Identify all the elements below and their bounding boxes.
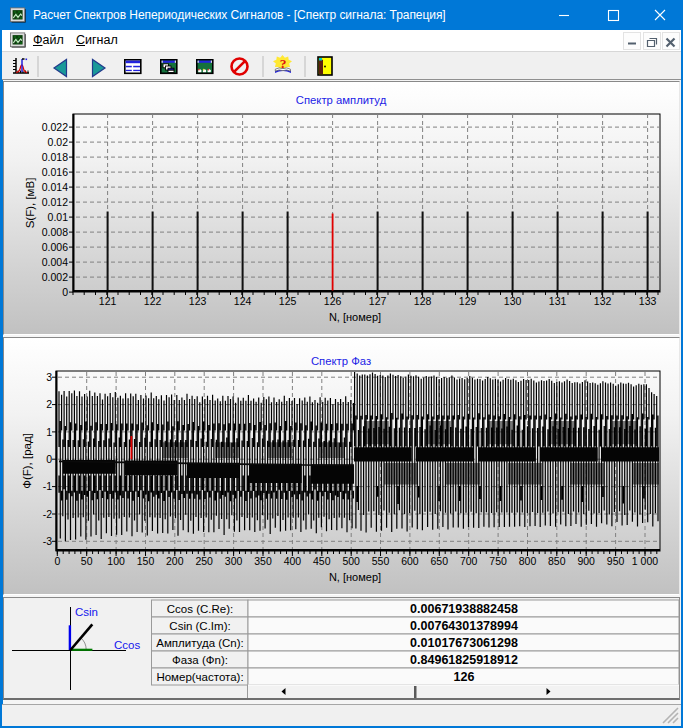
svg-text:S(F), [мВ]: S(F), [мВ] [24, 178, 36, 229]
svg-text:0: 0 [46, 453, 52, 465]
svg-text:650: 650 [431, 555, 449, 567]
svg-text:131: 131 [549, 295, 567, 307]
svg-text:850: 850 [548, 555, 566, 567]
svg-text:122: 122 [144, 295, 162, 307]
svg-text:126: 126 [454, 670, 475, 684]
svg-text:0.01017673061298: 0.01017673061298 [410, 636, 518, 650]
svg-text:750: 750 [489, 555, 507, 567]
svg-text:126: 126 [324, 295, 342, 307]
svg-text:2: 2 [46, 398, 52, 410]
svg-text:0.008: 0.008 [42, 226, 68, 238]
svg-text:-2: -2 [43, 508, 52, 520]
svg-text:0.018: 0.018 [42, 151, 68, 163]
svg-text:123: 123 [189, 295, 207, 307]
svg-text:?: ? [280, 56, 287, 71]
svg-text:1: 1 [46, 426, 52, 438]
svg-text:100: 100 [107, 555, 125, 567]
svg-text:Ccos (C.Re):: Ccos (C.Re): [167, 603, 233, 615]
svg-text:Фаза (Фn):: Фаза (Фn): [172, 654, 228, 666]
svg-text:Спектр Фаз: Спектр Фаз [311, 355, 371, 367]
svg-text:450: 450 [313, 555, 331, 567]
svg-text:0.012: 0.012 [42, 196, 68, 208]
svg-text:550: 550 [372, 555, 390, 567]
svg-text:0: 0 [54, 555, 60, 567]
svg-text:0.014: 0.014 [42, 181, 68, 193]
svg-text:0.004: 0.004 [42, 256, 68, 268]
svg-text:0.01: 0.01 [48, 211, 69, 223]
svg-text:N, [номер]: N, [номер] [329, 311, 381, 323]
svg-text:3: 3 [46, 371, 52, 383]
svg-text:-1: -1 [43, 480, 52, 492]
svg-text:900: 900 [577, 555, 595, 567]
svg-text:125: 125 [279, 295, 297, 307]
svg-text:-3: -3 [43, 535, 52, 547]
svg-text:50: 50 [81, 555, 93, 567]
svg-text:133: 133 [639, 295, 657, 307]
svg-text:200: 200 [166, 555, 184, 567]
svg-text:Спектр амплитуд: Спектр амплитуд [296, 94, 387, 106]
svg-text:Csin: Csin [75, 606, 98, 618]
svg-text:150: 150 [137, 555, 155, 567]
svg-text:800: 800 [519, 555, 537, 567]
svg-text:500: 500 [342, 555, 360, 567]
svg-text:127: 127 [369, 295, 387, 307]
svg-text:N, [номер]: N, [номер] [329, 571, 381, 583]
svg-text:300: 300 [225, 555, 243, 567]
svg-text:250: 250 [195, 555, 213, 567]
svg-text:128: 128 [414, 295, 432, 307]
svg-text:600: 600 [401, 555, 419, 567]
svg-text:0: 0 [62, 286, 68, 298]
svg-text:0.00764301378994: 0.00764301378994 [410, 619, 518, 633]
svg-text:0.84961825918912: 0.84961825918912 [410, 653, 518, 667]
svg-text:Ф(F), [рад]: Ф(F), [рад] [21, 433, 33, 489]
svg-text:124: 124 [234, 295, 252, 307]
svg-text:132: 132 [594, 295, 612, 307]
svg-text:Ccos: Ccos [114, 639, 140, 651]
svg-text:Номер(частота):: Номер(частота): [156, 671, 243, 683]
svg-text:400: 400 [284, 555, 302, 567]
svg-text:129: 129 [459, 295, 477, 307]
svg-text:1 000: 1 000 [632, 555, 658, 567]
svg-text:700: 700 [460, 555, 478, 567]
svg-text:Csin (C.Im):: Csin (C.Im): [169, 620, 230, 632]
svg-text:350: 350 [254, 555, 272, 567]
svg-text:121: 121 [99, 295, 117, 307]
svg-text:0.00671938882458: 0.00671938882458 [410, 602, 518, 616]
svg-text:950: 950 [607, 555, 625, 567]
svg-text:130: 130 [504, 295, 522, 307]
svg-text:0.002: 0.002 [42, 271, 68, 283]
svg-text:0.022: 0.022 [42, 121, 68, 133]
svg-text:0.02: 0.02 [48, 136, 69, 148]
svg-text:0.006: 0.006 [42, 241, 68, 253]
svg-text:0.016: 0.016 [42, 166, 68, 178]
svg-text:Амплитуда (Cn):: Амплитуда (Cn): [156, 637, 244, 649]
